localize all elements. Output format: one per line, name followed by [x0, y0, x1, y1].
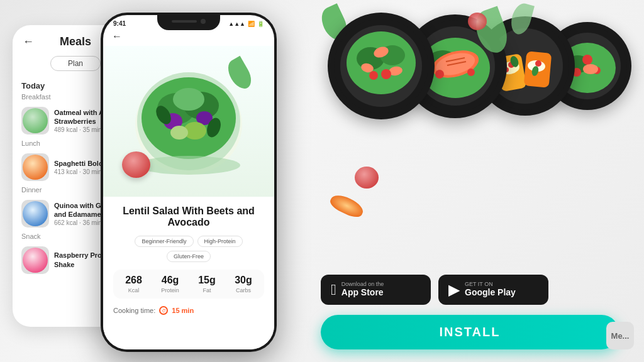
app-store-text: Download on the App Store [341, 282, 384, 298]
food-icon [23, 108, 48, 133]
google-play-text: GET IT ON Google Play [465, 282, 516, 298]
back-icon[interactable]: ← [112, 31, 122, 42]
google-play-button[interactable]: ▶ GET IT ON Google Play [438, 275, 548, 305]
svg-point-51 [583, 64, 598, 74]
cta-section:  Download on the App Store ▶ GET IT ON … [321, 275, 619, 349]
svg-point-41 [535, 60, 541, 67]
bg-phone-title: Meals [60, 35, 91, 48]
meal-title: Lentil Salad With Beets and Avocado [113, 206, 264, 228]
battery-icon: 🔋 [257, 21, 264, 27]
kcal-label: Kcal [125, 287, 142, 293]
floating-tomato-1 [355, 167, 379, 189]
main-phone: 9:41 ▲▲▲ 📶 🔋 ← [101, 13, 277, 352]
fat-value: 15g [198, 275, 216, 286]
tag-protein: High-Protein [197, 236, 243, 247]
phone-screen: 9:41 ▲▲▲ 📶 🔋 ← [103, 15, 274, 349]
fat-label: Fat [198, 287, 216, 293]
phone-notch [157, 13, 220, 30]
install-button[interactable]: INSTALL [321, 315, 619, 349]
tag-beginner: Beginner-Friendly [135, 236, 193, 247]
tag-gluten: Gluten-Free [167, 251, 211, 262]
status-icons: ▲▲▲ 📶 🔋 [228, 21, 264, 27]
floating-shrimp [328, 192, 365, 221]
cooking-time-row: Cooking time: ⏱ 15 min [113, 306, 264, 315]
nutrition-kcal: 268 Kcal [125, 275, 142, 293]
app-store-sub: Download on the [341, 282, 384, 287]
meal-thumbnail [21, 153, 49, 181]
svg-point-32 [467, 69, 475, 76]
svg-point-22 [369, 71, 378, 80]
signal-icon: ▲▲▲ [228, 21, 245, 27]
google-play-name: Google Play [465, 287, 516, 298]
me-avatar[interactable]: Me... [606, 322, 634, 349]
food-icon [23, 201, 48, 226]
svg-point-31 [435, 70, 444, 79]
meal-thumbnail [21, 246, 49, 274]
camera [201, 19, 206, 24]
nutrition-protein: 46g Protein [161, 275, 179, 293]
protein-label: Protein [161, 287, 179, 293]
deco-tomato-top [468, 13, 487, 30]
tag-list: Beginner-Friendly High-Protein Gluten-Fr… [113, 236, 264, 262]
food-plates-section [292, 0, 644, 251]
cooking-time-value: 15 min [172, 307, 194, 314]
svg-point-5 [173, 88, 204, 111]
status-time: 9:41 [113, 20, 126, 27]
meal-thumbnail [21, 107, 49, 134]
speaker [172, 20, 197, 23]
food-icon [23, 248, 48, 273]
floating-tomato [122, 151, 150, 178]
meal-thumbnail [21, 200, 49, 228]
svg-point-48 [582, 55, 592, 65]
carbs-value: 30g [235, 275, 252, 286]
svg-point-21 [381, 69, 391, 79]
nutrition-fat: 15g Fat [198, 275, 216, 293]
wifi-icon: 📶 [248, 21, 255, 27]
kcal-value: 268 [125, 275, 142, 286]
store-buttons:  Download on the App Store ▶ GET IT ON … [321, 275, 619, 305]
protein-value: 46g [161, 275, 179, 286]
plate-shrimp-salad [328, 13, 435, 119]
food-icon [23, 155, 48, 180]
cooking-time-text: Cooking time: [113, 307, 155, 314]
meal-detail-panel: Lentil Salad With Beets and Avocado Begi… [103, 197, 274, 349]
svg-point-12 [137, 156, 240, 175]
carbs-label: Carbs [235, 287, 252, 293]
app-store-button[interactable]:  Download on the App Store [321, 275, 431, 305]
clock-icon: ⏱ [159, 306, 168, 315]
nutrition-row: 268 Kcal 46g Protein 15g Fat 30g Carbs [113, 270, 264, 299]
bg-phone-back-icon[interactable]: ← [23, 35, 34, 48]
app-store-name: App Store [341, 287, 384, 298]
google-play-sub: GET IT ON [465, 282, 516, 287]
plan-button[interactable]: Plan [50, 56, 101, 71]
apple-icon:  [331, 281, 336, 299]
svg-point-9 [170, 126, 188, 140]
food-image-area [103, 46, 274, 197]
google-play-icon: ▶ [448, 281, 460, 299]
nutrition-carbs: 30g Carbs [235, 275, 252, 293]
plate-food-image [333, 18, 430, 115]
